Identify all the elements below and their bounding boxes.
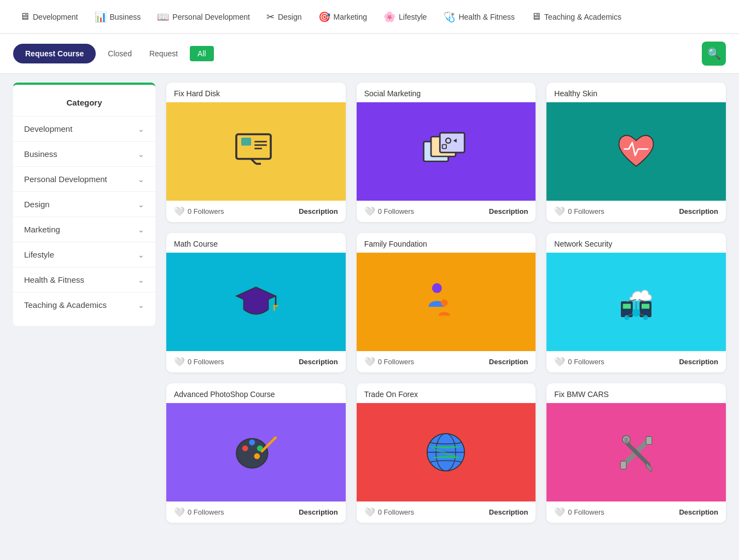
course-footer: 🤍 0 Followers Description (357, 351, 536, 372)
course-image (546, 253, 726, 351)
sidebar-item-development[interactable]: Development⌄ (13, 116, 155, 141)
top-navigation: 🖥Development📊Business📖Personal Developme… (0, 0, 739, 34)
nav-item-design[interactable]: ✂Design (260, 7, 309, 27)
description-button[interactable]: Description (489, 508, 528, 516)
course-card: Trade On Forex 🤍 0 Followers Description (357, 383, 536, 523)
description-button[interactable]: Description (299, 358, 338, 366)
svg-rect-22 (623, 304, 631, 309)
request-course-button[interactable]: Request Course (13, 44, 96, 63)
course-title: Healthy Skin (546, 83, 726, 102)
heart-icon: 🤍 (174, 357, 185, 367)
svg-rect-47 (625, 438, 629, 444)
course-grid-area: Fix Hard Disk 🤍 0 Followers Description … (166, 83, 726, 559)
course-image (357, 102, 536, 201)
nav-icon-marketing: 🎯 (318, 11, 330, 23)
followers-count: 🤍 0 Followers (174, 206, 224, 217)
heart-icon: 🤍 (554, 357, 565, 367)
search-icon: 🔍 (707, 47, 721, 60)
course-title: Math Course (166, 233, 346, 253)
course-image (166, 102, 346, 201)
svg-point-33 (242, 445, 248, 451)
course-card: Family Foundation 🤍 0 Followers Descript… (357, 233, 536, 372)
svg-rect-43 (620, 461, 626, 469)
followers-count: 🤍 0 Followers (364, 206, 414, 217)
nav-item-development[interactable]: 🖥Development (13, 7, 85, 27)
followers-count: 🤍 0 Followers (364, 507, 414, 517)
heart-icon: 🤍 (554, 507, 565, 517)
course-image (166, 253, 346, 351)
course-footer: 🤍 0 Followers Description (357, 501, 536, 523)
nav-item-marketing[interactable]: 🎯Marketing (312, 7, 374, 27)
heart-icon: 🤍 (554, 206, 565, 217)
nav-item-personal-development[interactable]: 📖Personal Development (150, 7, 257, 27)
course-card: Fix Hard Disk 🤍 0 Followers Description (166, 83, 346, 222)
followers-count: 🤍 0 Followers (174, 357, 224, 367)
filter-request-button[interactable]: Request (144, 46, 183, 61)
nav-item-lifestyle[interactable]: 🌸Lifestyle (377, 7, 433, 27)
toolbar: Request Course Closed Request All 🔍 (0, 34, 739, 74)
sidebar-title: Category (13, 94, 155, 116)
nav-icon-teaching-academics: 🖥 (531, 11, 541, 22)
search-button[interactable]: 🔍 (702, 42, 726, 66)
description-button[interactable]: Description (299, 508, 338, 516)
course-grid: Fix Hard Disk 🤍 0 Followers Description … (166, 83, 726, 523)
heart-icon: 🤍 (174, 507, 185, 517)
course-title: Social Marketing (357, 83, 536, 102)
filter-all-button[interactable]: All (190, 46, 214, 61)
chevron-down-icon: ⌄ (138, 200, 144, 209)
course-footer: 🤍 0 Followers Description (546, 501, 726, 523)
course-card: Social Marketing 🤍 0 Followers Descripti… (357, 83, 536, 222)
description-button[interactable]: Description (679, 508, 718, 516)
svg-rect-9 (440, 133, 465, 153)
svg-rect-23 (642, 304, 649, 309)
description-button[interactable]: Description (679, 358, 718, 366)
sidebar-item-lifestyle[interactable]: Lifestyle⌄ (13, 242, 155, 267)
sidebar-item-personal-development[interactable]: Personal Development⌄ (13, 166, 155, 191)
sidebar-item-design[interactable]: Design⌄ (13, 191, 155, 217)
course-card: Fix BMW CARS 🤍 0 Followers Description (546, 383, 726, 523)
course-image (166, 403, 346, 501)
course-title: Fix Hard Disk (166, 83, 346, 102)
nav-item-teaching-academics[interactable]: 🖥Teaching & Academics (525, 7, 628, 27)
course-card: Advanced PhotoShop Course 🤍 0 Followers … (166, 383, 346, 523)
heart-icon: 🤍 (364, 507, 375, 517)
followers-count: 🤍 0 Followers (554, 357, 604, 367)
followers-count: 🤍 0 Followers (174, 507, 224, 517)
course-footer: 🤍 0 Followers Description (166, 201, 346, 222)
course-title: Trade On Forex (357, 383, 536, 403)
description-button[interactable]: Description (679, 207, 718, 215)
nav-icon-design: ✂ (266, 11, 275, 23)
followers-count: 🤍 0 Followers (364, 357, 414, 367)
svg-point-17 (432, 283, 442, 293)
course-footer: 🤍 0 Followers Description (166, 501, 346, 523)
nav-item-health-fitness[interactable]: 🩺Health & Fitness (437, 7, 521, 27)
sidebar-item-teaching-and-academics[interactable]: Teaching & Academics⌄ (13, 292, 155, 317)
heart-icon: 🤍 (174, 206, 185, 217)
followers-count: 🤍 0 Followers (554, 507, 604, 517)
nav-item-business[interactable]: 📊Business (88, 7, 148, 27)
course-title: Advanced PhotoShop Course (166, 383, 346, 403)
heart-icon: 🤍 (364, 357, 375, 367)
nav-icon-business: 📊 (95, 11, 107, 23)
sidebar-item-business[interactable]: Business⌄ (13, 141, 155, 166)
sidebar-item-marketing[interactable]: Marketing⌄ (13, 217, 155, 242)
course-footer: 🤍 0 Followers Description (546, 201, 726, 222)
nav-icon-lifestyle: 🌸 (383, 11, 395, 23)
svg-point-36 (254, 453, 260, 459)
svg-point-34 (249, 440, 255, 446)
description-button[interactable]: Description (299, 207, 338, 215)
course-footer: 🤍 0 Followers Description (546, 351, 726, 372)
course-footer: 🤍 0 Followers Description (166, 351, 346, 372)
sidebar-item-health-and-fitness[interactable]: Health & Fitness⌄ (13, 267, 155, 292)
course-footer: 🤍 0 Followers Description (357, 201, 536, 222)
description-button[interactable]: Description (489, 358, 528, 366)
course-image (357, 403, 536, 501)
description-button[interactable]: Description (489, 207, 528, 215)
chevron-down-icon: ⌄ (138, 125, 144, 133)
course-card: Math Course 🤍 0 Followers Description (166, 233, 346, 372)
course-image (357, 253, 536, 351)
course-title: Fix BMW CARS (546, 383, 726, 403)
nav-icon-development: 🖥 (20, 11, 30, 22)
course-card: Healthy Skin 🤍 0 Followers Description (546, 83, 726, 222)
filter-closed-button[interactable]: Closed (102, 46, 137, 61)
